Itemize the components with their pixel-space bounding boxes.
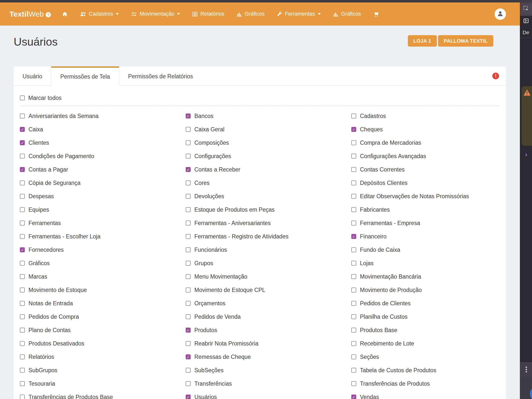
more-options-button[interactable]: [520, 362, 532, 377]
permission-item[interactable]: Fundo de Caixa: [351, 243, 500, 256]
permission-item[interactable]: Transferências de Produtos Base: [20, 390, 186, 399]
checkbox-checked[interactable]: ✓: [186, 354, 191, 359]
checkbox-unchecked[interactable]: [351, 247, 356, 252]
permission-item[interactable]: Gráficos: [20, 256, 186, 270]
permission-item[interactable]: Cadastros: [351, 109, 500, 123]
checkbox-unchecked[interactable]: [20, 301, 25, 306]
permission-item[interactable]: Ferramentas - Empresa: [351, 216, 500, 230]
checkbox-unchecked[interactable]: [186, 287, 191, 292]
checkbox-checked[interactable]: ✓: [186, 114, 191, 118]
checkbox-unchecked[interactable]: [20, 221, 25, 226]
permission-item[interactable]: Fabricantes: [351, 203, 500, 216]
nav-item-relatorios[interactable]: Relatórios: [192, 11, 224, 17]
checkbox-unchecked[interactable]: [186, 247, 191, 252]
permission-item[interactable]: Ferramentas - Registro de Atividades: [186, 230, 351, 243]
checkbox-unchecked[interactable]: [186, 381, 191, 386]
permission-item[interactable]: Devoluções: [186, 190, 351, 203]
checkbox-unchecked[interactable]: [351, 194, 356, 199]
validation-error-icon[interactable]: !: [492, 73, 499, 79]
permission-item[interactable]: Relatórios: [20, 350, 186, 364]
permission-item[interactable]: Movimentação Bancária: [351, 270, 500, 283]
checkbox-checked[interactable]: ✓: [20, 140, 25, 145]
permission-item[interactable]: Configurações: [186, 149, 351, 163]
checkbox-unchecked[interactable]: [20, 180, 25, 185]
checkbox-checked[interactable]: ✓: [186, 167, 191, 172]
permission-item[interactable]: Ferramentas - Aniversariantes: [186, 216, 351, 230]
permission-item[interactable]: Grupos: [186, 256, 351, 270]
collapse-chevron-icon[interactable]: ›: [520, 151, 532, 158]
permission-item[interactable]: Ferramentas - Escolher Loja: [20, 230, 186, 243]
checkbox-unchecked[interactable]: [20, 395, 25, 399]
checkbox-unchecked[interactable]: [186, 140, 191, 145]
permission-item[interactable]: Condições de Pagamento: [20, 149, 186, 163]
permission-item[interactable]: ✓Caixa: [20, 123, 186, 136]
checkbox-unchecked[interactable]: [351, 114, 356, 118]
permission-item[interactable]: Pedidos de Compra: [20, 310, 186, 323]
checkbox-unchecked[interactable]: [351, 261, 356, 266]
permission-item[interactable]: ✓Vendas: [351, 390, 500, 399]
brand-logo[interactable]: TextilWeb ?: [9, 10, 51, 18]
permission-item[interactable]: Editar Observações de Notas Promissórias: [351, 190, 500, 203]
checkbox-unchecked[interactable]: [351, 354, 356, 359]
checkbox-unchecked[interactable]: [20, 314, 25, 319]
checkbox-unchecked[interactable]: [351, 167, 356, 172]
permission-item[interactable]: Lojas: [351, 256, 500, 270]
checkbox-unchecked[interactable]: [186, 207, 191, 212]
checkbox-unchecked[interactable]: [186, 194, 191, 199]
permission-item[interactable]: ✓Contas a Pagar: [20, 163, 186, 176]
nav-item-graficos[interactable]: Gráficos: [236, 11, 265, 17]
checkbox-unchecked[interactable]: [351, 221, 356, 226]
permission-item[interactable]: Marcas: [20, 270, 186, 283]
checkbox-unchecked[interactable]: [20, 114, 25, 118]
permission-item[interactable]: Planilha de Custos: [351, 310, 500, 323]
empresa-button[interactable]: PALLOMA TEXTIL: [438, 35, 493, 47]
permission-item[interactable]: Movimento de Estoque: [20, 283, 186, 297]
nav-item-home[interactable]: [62, 11, 68, 17]
permission-item[interactable]: Transferências de Produtos: [351, 377, 500, 390]
permission-item[interactable]: Recebimento de Lote: [351, 337, 500, 350]
nav-item-movimentacao[interactable]: Movimentação: [131, 11, 180, 17]
permission-item[interactable]: Pedidos de Clientes: [351, 297, 500, 310]
checkbox-checked[interactable]: ✓: [20, 247, 25, 252]
permission-item[interactable]: ✓Remessas de Cheque: [186, 350, 351, 364]
devtools-warning-panel[interactable]: [522, 86, 532, 146]
permission-item[interactable]: Compra de Mercadorias: [351, 136, 500, 149]
permission-item[interactable]: Movimento de Estoque CPL: [186, 283, 351, 297]
permission-item[interactable]: Reabrir Nota Promissória: [186, 337, 351, 350]
permission-item[interactable]: SubSeções: [186, 364, 351, 377]
checkbox-checked[interactable]: ✓: [186, 395, 191, 399]
select-all-checkbox[interactable]: [20, 95, 25, 100]
checkbox-unchecked[interactable]: [351, 328, 356, 333]
permission-item[interactable]: ✓Financeiro: [351, 230, 500, 243]
panel-toggle-button[interactable]: [520, 16, 532, 27]
permission-item[interactable]: ✓Produtos: [186, 323, 351, 337]
checkbox-unchecked[interactable]: [20, 328, 25, 333]
permission-item[interactable]: Orçamentos: [186, 297, 351, 310]
checkbox-checked[interactable]: ✓: [351, 127, 356, 132]
tab-permissoes-tela[interactable]: Permissões de Tela: [51, 66, 119, 86]
checkbox-unchecked[interactable]: [186, 341, 191, 346]
checkbox-unchecked[interactable]: [186, 368, 191, 373]
checkbox-unchecked[interactable]: [186, 180, 191, 185]
checkbox-unchecked[interactable]: [20, 194, 25, 199]
checkbox-unchecked[interactable]: [351, 314, 356, 319]
permission-item[interactable]: Equipes: [20, 203, 186, 216]
checkbox-unchecked[interactable]: [351, 207, 356, 212]
permission-item[interactable]: ✓Clientes: [20, 136, 186, 149]
checkbox-checked[interactable]: ✓: [20, 167, 25, 172]
checkbox-checked[interactable]: ✓: [20, 127, 25, 132]
permission-item[interactable]: Configurações Avançadas: [351, 149, 500, 163]
checkbox-unchecked[interactable]: [351, 287, 356, 292]
permission-item[interactable]: Transferências: [186, 377, 351, 390]
checkbox-unchecked[interactable]: [186, 261, 191, 266]
permission-item[interactable]: Tesouraria: [20, 377, 186, 390]
permission-item[interactable]: Produtos Base: [351, 323, 500, 337]
permission-item[interactable]: Composições: [186, 136, 351, 149]
checkbox-unchecked[interactable]: [20, 234, 25, 239]
permission-item[interactable]: Plano de Contas: [20, 323, 186, 337]
checkbox-checked[interactable]: ✓: [186, 328, 191, 333]
help-icon[interactable]: ?: [46, 12, 51, 17]
user-avatar[interactable]: [495, 8, 506, 20]
permission-item[interactable]: Movimento de Produção: [351, 283, 500, 297]
permission-item[interactable]: Tabela de Custos de Produtos: [351, 364, 500, 377]
